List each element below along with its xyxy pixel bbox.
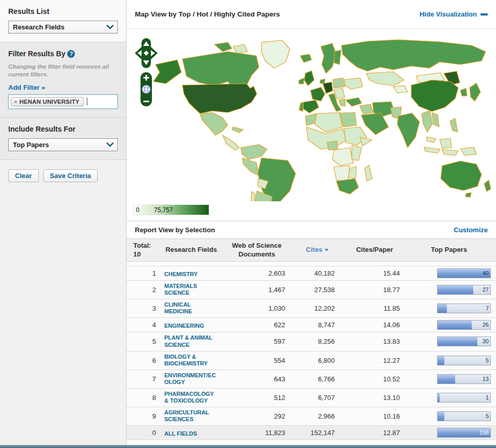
wos-documents-cell: 1,030 <box>221 305 292 312</box>
top-papers-value: 1 <box>486 393 489 402</box>
rank-cell: 5 <box>133 338 161 345</box>
rank-cell: 9 <box>133 412 161 420</box>
wos-documents-cell: 1,467 <box>221 286 292 294</box>
cites-per-paper-cell: 11.85 <box>342 305 407 312</box>
report-view-header: Report View by Selection Customize <box>127 221 496 238</box>
chevron-down-icon <box>106 25 114 29</box>
top-papers-value: 5 <box>486 356 489 365</box>
top-papers-bar: 40 <box>437 268 491 278</box>
rank-cell: 4 <box>133 321 161 329</box>
field-link[interactable]: ENVIRONMENT/ECOLOGY <box>164 372 216 386</box>
field-link[interactable]: PLANT & ANIMAL SCIENCE <box>164 334 216 348</box>
cites-per-paper-cell: 12.87 <box>342 429 407 437</box>
clear-button[interactable]: Clear <box>8 169 39 182</box>
column-header-research-fields[interactable]: Research Fields <box>161 246 221 254</box>
field-link[interactable]: MATERIALS SCIENCE <box>164 283 216 296</box>
field-link[interactable]: CHEMISTRY <box>164 271 197 278</box>
field-link[interactable]: AGRICULTURAL SCIENCES <box>164 409 216 423</box>
cites-cell: 40,182 <box>292 269 342 277</box>
table-row: 6 BIOLOGY & BIOCHEMISTRY 554 6,800 12.27… <box>127 351 496 370</box>
column-header-wos-documents[interactable]: Web of Science Documents <box>221 242 292 259</box>
cites-per-paper-cell: 10.16 <box>342 412 407 420</box>
hide-visualization-label[interactable]: Hide Visualization <box>420 10 477 18</box>
top-papers-bar: 198 <box>437 428 491 438</box>
table-row-all-fields: 0 ALL FIELDS 11,823 152,147 12.87 198 <box>127 425 496 440</box>
hide-visualization-link[interactable]: Hide Visualization <box>420 10 488 18</box>
wos-documents-cell: 643 <box>221 375 292 383</box>
wos-documents-cell: 554 <box>221 357 292 364</box>
field-link[interactable]: CLINICAL MEDICINE <box>164 301 216 315</box>
top-papers-bar: 5 <box>437 356 491 365</box>
text-cursor <box>87 98 87 105</box>
choropleth-legend: 0 75,757 <box>133 204 209 215</box>
legend-min-value: 0 <box>136 206 140 214</box>
report-view-title: Report View by Selection <box>135 226 215 234</box>
results-list-section: Results List Research Fields <box>0 0 126 42</box>
top-papers-value: 7 <box>486 304 489 313</box>
cites-cell: 6,800 <box>292 357 342 364</box>
rank-cell: 0 <box>133 429 161 437</box>
table-row: 3 CLINICAL MEDICINE 1,030 12,202 11.85 7 <box>127 299 496 317</box>
customize-link[interactable]: Customize <box>454 226 488 234</box>
top-papers-bar: 30 <box>437 337 491 346</box>
filter-input[interactable]: × HENAN UNIVERSITY <box>8 94 118 109</box>
add-filter-link[interactable]: Add Filter » <box>8 84 45 91</box>
asia[interactable] <box>391 71 481 155</box>
table-row: 1 CHEMISTRY 2,603 40,182 15.44 40 <box>127 266 496 280</box>
cites-per-paper-cell: 15.44 <box>342 269 407 277</box>
cites-cell: 6,707 <box>292 394 342 402</box>
table-row: 4 ENGINEERING 622 8,747 14.06 26 <box>127 317 496 332</box>
top-papers-value: 198 <box>479 428 489 437</box>
results-list-dropdown[interactable]: Research Fields <box>8 21 118 34</box>
footer-divider-bar <box>0 445 496 448</box>
zoom-out-icon <box>144 101 149 102</box>
filter-tag[interactable]: × HENAN UNIVERSITY <box>11 97 84 106</box>
filter-results-heading: Filter Results By <box>8 50 65 58</box>
top-papers-value: 27 <box>483 285 489 294</box>
column-header-top-papers[interactable]: Top Papers <box>407 246 491 254</box>
chevron-down-icon <box>106 142 114 147</box>
north-america[interactable] <box>153 40 290 150</box>
collapse-icon[interactable] <box>481 13 488 15</box>
cites-per-paper-cell: 13.10 <box>342 394 407 402</box>
table-row: 7 ENVIRONMENT/ECOLOGY 643 6,766 10.52 13 <box>127 370 496 388</box>
remove-filter-icon[interactable]: × <box>14 99 17 105</box>
wos-documents-cell: 512 <box>221 394 292 402</box>
column-header-total: Total: 10 <box>133 242 161 259</box>
rank-cell: 1 <box>133 269 161 277</box>
cites-cell: 27,538 <box>292 286 342 294</box>
rank-cell: 3 <box>133 305 161 312</box>
cites-cell: 152,147 <box>292 429 342 437</box>
table-row: 5 PLANT & ANIMAL SCIENCE 597 8,256 13.83… <box>127 332 496 350</box>
wos-documents-cell: 2,603 <box>221 269 292 277</box>
field-link[interactable]: ALL FIELDS <box>164 430 197 437</box>
filter-tag-label: HENAN UNIVERSITY <box>19 99 79 105</box>
top-papers-bar: 1 <box>437 393 491 403</box>
include-results-section: Include Results For Top Papers <box>0 118 126 160</box>
filter-note-text: Changing the filter field removes all cu… <box>8 63 118 78</box>
top-papers-bar: 5 <box>437 411 491 421</box>
field-link[interactable]: PHARMACOLOGY & TOXICOLOGY <box>164 391 216 404</box>
field-link[interactable]: BIOLOGY & BIOCHEMISTRY <box>164 354 216 367</box>
main-content: Map View by Top / Hot / Highly Cited Pap… <box>127 0 496 445</box>
table-row: 2 MATERIALS SCIENCE 1,467 27,538 18.77 2… <box>127 280 496 299</box>
cites-per-paper-cell: 18.77 <box>342 286 407 294</box>
column-header-cites-sorted[interactable]: Cites <box>292 246 342 254</box>
cites-cell: 8,256 <box>292 338 342 345</box>
top-papers-bar: 13 <box>437 374 491 384</box>
africa[interactable] <box>305 113 372 194</box>
field-link[interactable]: ENGINEERING <box>164 323 204 329</box>
oceania[interactable] <box>441 161 491 197</box>
rank-cell: 8 <box>133 394 161 402</box>
world-choropleth-map[interactable] <box>150 36 491 201</box>
globe-icon <box>142 85 150 93</box>
top-papers-value: 13 <box>483 375 489 383</box>
south-america[interactable] <box>241 145 296 201</box>
column-header-cites-per-paper[interactable]: Cites/Paper <box>342 246 407 254</box>
include-results-dropdown[interactable]: Top Papers <box>8 138 118 151</box>
help-icon[interactable]: ? <box>67 50 75 58</box>
save-criteria-button[interactable]: Save Criteria <box>43 169 98 182</box>
cites-cell: 12,202 <box>292 305 342 312</box>
table-row: 8 PHARMACOLOGY & TOXICOLOGY 512 6,707 13… <box>127 388 496 407</box>
top-papers-value: 30 <box>483 337 489 346</box>
